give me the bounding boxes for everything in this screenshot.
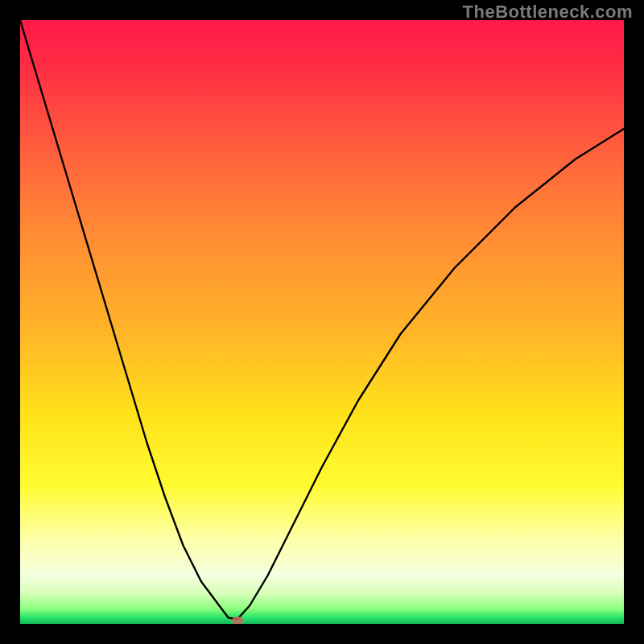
curve-svg [20,20,624,624]
chart-frame: TheBottleneck.com [0,0,644,644]
plot-area [20,20,624,624]
min-bottleneck-marker [232,617,243,624]
bottleneck-curve [20,20,624,619]
